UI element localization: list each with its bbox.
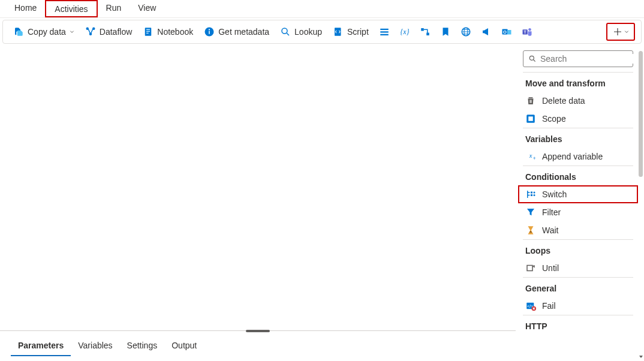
until-icon xyxy=(525,263,536,273)
script-icon xyxy=(333,26,344,37)
svg-rect-32 xyxy=(531,192,532,194)
svg-rect-13 xyxy=(380,31,389,32)
add-activity-button[interactable] xyxy=(606,23,635,41)
section-move-transform: Move and transform xyxy=(518,73,638,92)
variable-icon[interactable]: {x} xyxy=(396,24,414,40)
svg-rect-12 xyxy=(380,29,389,30)
menu-switch[interactable]: Switch xyxy=(518,185,638,203)
search-box[interactable] xyxy=(523,50,633,67)
tab-output[interactable]: Output xyxy=(164,338,204,356)
scrollbar[interactable] xyxy=(638,49,644,361)
notebook-label: Notebook xyxy=(157,27,193,37)
section-general: General xyxy=(518,278,638,297)
svg-rect-4 xyxy=(146,29,150,31)
dataflow-button[interactable]: Dataflow xyxy=(81,24,136,40)
copy-data-label: Copy data xyxy=(28,27,66,37)
pipeline-icon[interactable] xyxy=(416,24,434,40)
hourglass-icon xyxy=(525,225,536,236)
section-variables: Variables xyxy=(518,128,638,148)
svg-rect-16 xyxy=(421,28,424,31)
trash-icon xyxy=(525,95,536,106)
svg-rect-29 xyxy=(528,116,533,121)
svg-rect-33 xyxy=(531,194,532,196)
menu-filter[interactable]: Filter xyxy=(518,203,638,221)
svg-point-35 xyxy=(534,194,535,196)
section-loops: Loops xyxy=(518,240,638,259)
menu-append-variable[interactable]: x+ Append variable xyxy=(518,148,638,166)
tab-variables[interactable]: Variables xyxy=(71,338,119,356)
menu-delete-data[interactable]: Delete data xyxy=(518,92,638,110)
script-button[interactable]: Script xyxy=(329,24,373,40)
chevron-down-icon xyxy=(624,29,629,34)
notebook-icon xyxy=(143,26,154,37)
menu-until[interactable]: Until xyxy=(518,259,638,277)
section-http: HTTP xyxy=(518,315,638,335)
svg-point-24 xyxy=(528,28,531,31)
info-icon xyxy=(204,26,215,37)
chevron-down-icon xyxy=(70,29,74,34)
lookup-button[interactable]: Lookup xyxy=(276,24,326,40)
svg-rect-5 xyxy=(146,31,150,32)
search-icon xyxy=(528,55,537,63)
search-icon xyxy=(280,26,291,37)
svg-rect-27 xyxy=(531,100,531,103)
svg-text:{x}: {x} xyxy=(400,28,409,36)
activities-toolbar: Copy data Dataflow Notebook Get metadata… xyxy=(2,20,642,44)
menu-scope[interactable]: Scope xyxy=(518,110,638,128)
svg-rect-26 xyxy=(530,100,531,103)
menu-fail[interactable]: </> Fail xyxy=(518,297,638,315)
scroll-down-icon[interactable] xyxy=(638,354,644,360)
svg-rect-36 xyxy=(527,266,532,271)
tab-activities[interactable]: Activities xyxy=(45,0,97,17)
svg-point-10 xyxy=(282,28,287,34)
scrollbar-thumb[interactable] xyxy=(639,51,643,177)
tab-home[interactable]: Home xyxy=(6,0,45,17)
svg-rect-8 xyxy=(209,31,210,34)
svg-rect-6 xyxy=(146,33,149,34)
filter-icon xyxy=(525,207,536,218)
notebook-button[interactable]: Notebook xyxy=(139,24,197,40)
svg-point-25 xyxy=(529,56,534,60)
teams-icon[interactable]: T xyxy=(518,24,536,40)
menu-wait[interactable]: Wait xyxy=(518,221,638,239)
svg-text:+: + xyxy=(533,156,536,161)
append-variable-icon: x+ xyxy=(525,151,536,162)
svg-point-9 xyxy=(209,29,210,30)
svg-point-34 xyxy=(534,192,535,194)
get-metadata-label: Get metadata xyxy=(218,27,269,37)
fail-icon: </> xyxy=(525,300,536,311)
search-input[interactable] xyxy=(540,54,638,64)
script-label: Script xyxy=(347,27,369,37)
copy-data-icon xyxy=(13,26,24,37)
copy-data-button[interactable]: Copy data xyxy=(9,24,79,40)
section-conditionals: Conditionals xyxy=(518,166,638,185)
activities-dropdown: Move and transform Delete data Scope Var… xyxy=(518,49,638,361)
tab-settings[interactable]: Settings xyxy=(120,338,165,356)
dataflow-label: Dataflow xyxy=(100,27,132,37)
tab-view[interactable]: View xyxy=(130,0,164,17)
lookup-label: Lookup xyxy=(294,27,322,37)
switch-icon xyxy=(525,189,536,200)
toolbar-list-icon[interactable] xyxy=(375,24,393,40)
tab-parameters[interactable]: Parameters xyxy=(11,338,71,356)
bottom-panel: Parameters Variables Settings Output xyxy=(0,330,516,361)
dataflow-icon xyxy=(85,26,96,37)
svg-rect-14 xyxy=(380,34,389,35)
globe-icon[interactable] xyxy=(457,24,475,40)
megaphone-icon[interactable] xyxy=(477,24,495,40)
bookmark-icon[interactable] xyxy=(437,24,455,40)
plus-icon xyxy=(612,26,623,37)
outlook-icon[interactable]: O xyxy=(498,24,516,40)
get-metadata-button[interactable]: Get metadata xyxy=(200,24,273,40)
svg-text:O: O xyxy=(503,29,507,35)
scope-icon xyxy=(525,113,536,124)
tab-run[interactable]: Run xyxy=(98,0,130,17)
svg-text:x: x xyxy=(529,152,532,159)
